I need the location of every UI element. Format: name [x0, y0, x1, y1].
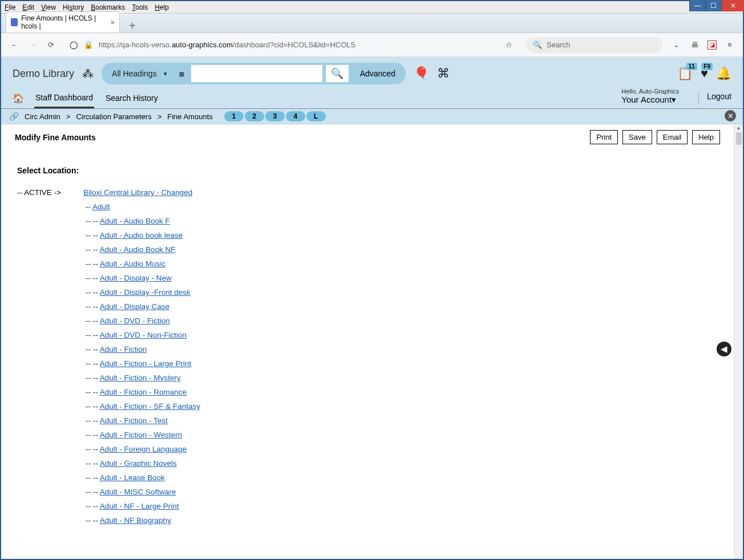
location-link[interactable]: Adult - NF Biography: [100, 516, 171, 525]
menu-view[interactable]: View: [41, 3, 56, 11]
print-button[interactable]: Print: [590, 130, 618, 144]
scrollbar[interactable]: ▴: [734, 124, 743, 559]
tab-favicon: [11, 18, 18, 26]
location-link[interactable]: Adult - Fiction - Romance: [100, 388, 187, 396]
browser-search[interactable]: 🔍 Search: [526, 37, 663, 53]
logout-link[interactable]: Logout: [698, 92, 731, 104]
window-maximize[interactable]: ☐: [705, 0, 721, 11]
star-icon[interactable]: ☆: [506, 40, 512, 49]
translate-icon[interactable]: ⁂: [82, 67, 94, 80]
hello-text: Hello, Auto-Graphics: [621, 88, 679, 95]
step-1[interactable]: 1: [224, 111, 244, 121]
page-title: Modify Fine Amounts: [15, 133, 96, 142]
window-minimize[interactable]: —: [689, 0, 705, 11]
menu-tools[interactable]: Tools: [132, 3, 148, 11]
side-drawer-handle[interactable]: ◀: [717, 342, 731, 356]
search-placeholder: Search: [547, 40, 570, 49]
location-link[interactable]: Adult - Fiction - Western: [100, 431, 183, 439]
account-block[interactable]: Hello, Auto-Graphics Your Account▾: [621, 88, 679, 108]
library-brand: Demo Library: [13, 68, 74, 80]
back-icon[interactable]: ←: [9, 40, 19, 50]
tab-close-icon[interactable]: ×: [110, 18, 115, 27]
camera-icon[interactable]: ⌘: [437, 66, 450, 81]
nav-staff-dashboard[interactable]: Staff Dashboard: [34, 88, 94, 108]
browser-nav-bar: ← → ⟳ ◯ 🔒 https://qa-hcols-verso.auto-gr…: [1, 33, 743, 57]
root-location-link[interactable]: Biloxi Central Library - Changed: [83, 185, 192, 200]
database-icon[interactable]: ≣: [176, 70, 188, 78]
list-icon[interactable]: 📋11: [677, 66, 693, 81]
save-button[interactable]: Save: [622, 130, 652, 144]
breadcrumb-a[interactable]: Circ Admin: [25, 112, 60, 121]
menu-bookmarks[interactable]: Bookmarks: [91, 3, 125, 11]
menu-edit[interactable]: Edit: [22, 3, 34, 11]
extension-icon[interactable]: ◪: [707, 40, 717, 50]
help-button[interactable]: Help: [692, 130, 720, 144]
headings-select[interactable]: All Headings: [104, 66, 173, 82]
forward-icon[interactable]: →: [27, 40, 38, 50]
app-header: Demo Library ⁂ All Headings ≣ 🔍 Advanced…: [1, 57, 743, 84]
location-link[interactable]: Adult - Lease Book: [100, 473, 165, 482]
home-icon[interactable]: 🏠: [13, 93, 24, 104]
location-link[interactable]: Adult - Audio Book F: [100, 217, 170, 225]
pocket-icon[interactable]: ⌄: [671, 40, 681, 50]
url-bar[interactable]: ◯ 🔒 https://qa-hcols-verso.auto-graphics…: [64, 40, 518, 49]
location-link[interactable]: Adult - Audio book lease: [100, 231, 183, 240]
nav-search-history[interactable]: Search History: [104, 89, 159, 107]
location-link[interactable]: Adult - Display - New: [100, 274, 172, 282]
location-link[interactable]: Adult - DVD - Fiction: [100, 316, 170, 325]
browser-tab-active[interactable]: Fine Amounts | HCOLS | hcols | ×: [6, 11, 120, 33]
location-link[interactable]: Adult - Display Case: [100, 302, 169, 311]
menu-file[interactable]: File: [5, 3, 15, 11]
location-link[interactable]: Adult - Graphic Novels: [100, 459, 177, 468]
breadcrumb-b[interactable]: Circulation Parameters: [76, 112, 151, 121]
scroll-thumb[interactable]: [736, 132, 742, 145]
window-close[interactable]: ✕: [721, 0, 744, 11]
search-pill: All Headings ≣ 🔍 Advanced: [102, 63, 406, 84]
main-content: Modify Fine Amounts Print Save Email Hel…: [1, 124, 734, 559]
location-link[interactable]: Adult - NF - Large Print: [100, 502, 179, 510]
balloon-icon[interactable]: 🎈: [414, 66, 429, 81]
location-link[interactable]: Adult - Display -Front desk: [100, 288, 191, 297]
bell-icon[interactable]: 🔔: [716, 66, 731, 81]
step-4[interactable]: 4: [286, 111, 305, 121]
app-search-input[interactable]: [191, 65, 322, 82]
menu-history[interactable]: History: [63, 3, 84, 11]
active-marker: -- ACTIVE ->: [17, 185, 80, 200]
hamburger-icon[interactable]: ≡: [725, 40, 735, 50]
step-indicator: 1 2 3 4 L: [224, 111, 326, 121]
location-link[interactable]: Adult - MISC Software: [100, 488, 176, 496]
location-link[interactable]: Adult - Fiction - SF & Fantasy: [100, 402, 200, 411]
select-location-label: Select Location:: [1, 150, 734, 185]
location-link[interactable]: Adult - Fiction: [100, 345, 147, 354]
close-panel-icon[interactable]: ✕: [725, 110, 736, 121]
location-link[interactable]: Adult - Fiction - Large Print: [100, 359, 192, 368]
heart-icon[interactable]: ♥F9: [701, 66, 708, 81]
shield-icon: ◯: [70, 40, 78, 49]
email-button[interactable]: Email: [657, 130, 688, 144]
reload-icon[interactable]: ⟳: [46, 40, 56, 50]
location-link[interactable]: Adult - DVD - Non-Fiction: [100, 331, 187, 339]
url-text: https://qa-hcols-verso.auto-graphics.com…: [99, 40, 355, 49]
advanced-search-button[interactable]: Advanced: [352, 65, 403, 82]
scroll-up-icon[interactable]: ▴: [734, 124, 743, 131]
menu-help[interactable]: Help: [155, 3, 169, 11]
breadcrumb-row: 🔗 Circ Admin > Circulation Parameters > …: [1, 109, 743, 124]
chain-icon: 🔗: [9, 112, 19, 121]
location-link[interactable]: Adult - Audio Book NF: [100, 245, 176, 254]
new-tab-button[interactable]: +: [123, 19, 141, 33]
location-link[interactable]: Adult - Audio Music: [100, 259, 166, 268]
step-3[interactable]: 3: [265, 111, 285, 121]
breadcrumb-c: Fine Amounts: [167, 112, 213, 121]
location-link[interactable]: Adult: [92, 202, 110, 211]
location-link[interactable]: Adult - Fiction - Mystery: [100, 374, 181, 382]
location-tree: -- ACTIVE -> Biloxi Central Library - Ch…: [1, 185, 734, 527]
location-link[interactable]: Adult - Foreign Language: [100, 445, 187, 453]
print-icon[interactable]: 🖶: [689, 40, 699, 50]
search-icon: 🔍: [533, 40, 542, 49]
app-search-button[interactable]: 🔍: [326, 65, 349, 82]
step-l[interactable]: L: [306, 111, 326, 121]
account-label: Your Account: [621, 95, 672, 104]
step-2[interactable]: 2: [245, 111, 264, 121]
location-link[interactable]: Adult - Fiction - Test: [100, 416, 168, 425]
app-subhead: 🏠 Staff Dashboard Search History Hello, …: [1, 84, 743, 109]
